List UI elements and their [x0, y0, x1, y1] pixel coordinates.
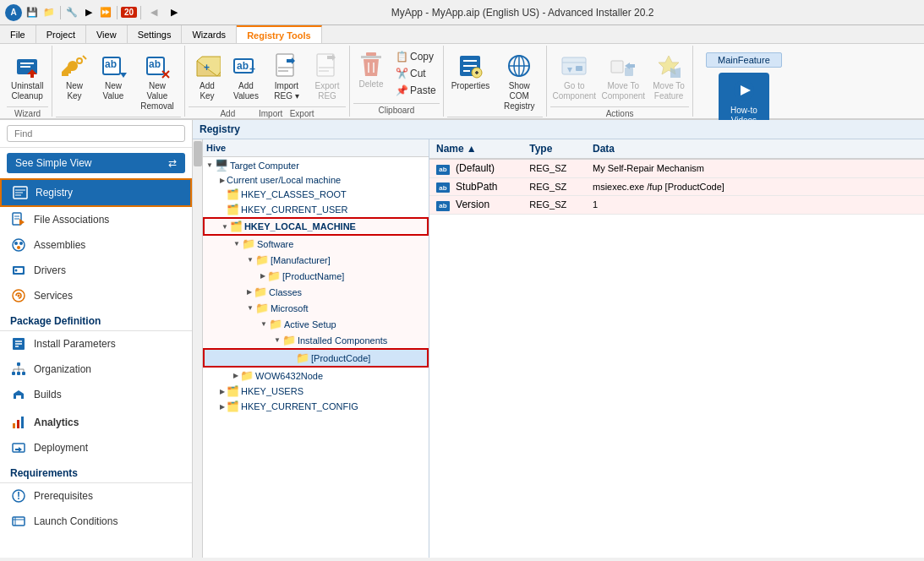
app-icons: A 💾 📁 🔧 ▶ ⏩ 20 ◀ ▶ — [0, 4, 189, 21]
import-reg-button[interactable]: ImportREG ▾ — [266, 49, 307, 105]
registry-table-panel: Name ▲ Type Data — [429, 139, 924, 558]
tab-file[interactable]: File — [0, 25, 36, 43]
col-data-label: Data — [593, 143, 615, 155]
tree-item-hku[interactable]: ▶ 🗂️ HKEY_USERS — [203, 384, 429, 399]
open-icon[interactable]: 📁 — [41, 5, 57, 20]
main-layout: See Simple View ⇄ Registry File Associat… — [0, 120, 924, 558]
export-reg-button[interactable]: ExportREG — [309, 49, 346, 105]
tree-item-hklm[interactable]: ▼ 🗂️ HKEY_LOCAL_MACHINE — [203, 217, 429, 236]
feature-combo[interactable]: MainFeature — [706, 52, 782, 68]
sidebar-item-drivers-label: Drivers — [34, 264, 66, 276]
move-to-feature-button[interactable]: Move ToFeature — [648, 49, 689, 105]
ribbon-tabs: File Project View Settings Wizards Regis… — [0, 25, 924, 44]
sidebar-item-analytics[interactable]: Analytics — [0, 407, 192, 435]
tree-toggle-hku: ▶ — [220, 388, 225, 395]
tree-item-hkcr[interactable]: ▶ 🗂️ HKEY_CLASSES_ROOT — [203, 187, 429, 202]
move-to-component-button[interactable]: Move ToComponent — [599, 49, 647, 105]
paste-button[interactable]: 📌 Paste — [392, 83, 440, 98]
tab-settings[interactable]: Settings — [128, 25, 183, 43]
uninstall-cleanup-label: UninstallCleanup — [11, 81, 43, 101]
tree-item-hkcu[interactable]: ▶ 🗂️ HKEY_CURRENT_USER — [203, 202, 429, 217]
sidebar-item-prerequisites[interactable]: ! Prerequisites — [0, 483, 192, 509]
tab-view[interactable]: View — [86, 25, 128, 43]
new-value-removal-button[interactable]: ab New ValueRemoval — [134, 49, 181, 115]
registry-table-body: ab (Default) REG_SZ My Self-Repair Mecha… — [429, 159, 924, 214]
new-value-button[interactable]: ab NewValue — [95, 49, 132, 105]
new-key-button[interactable]: NewKey — [56, 49, 93, 105]
tab-wizards[interactable]: Wizards — [182, 25, 237, 43]
cut-button[interactable]: ✂️ Cut — [392, 66, 440, 81]
table-row[interactable]: ab StubPath REG_SZ msiexec.exe /fup [Pro… — [429, 177, 924, 196]
tree-item-active-setup[interactable]: ▼ 📁 Active Setup — [203, 316, 429, 332]
tree-toggle-microsoft: ▼ — [247, 304, 254, 312]
table-row[interactable]: ab (Default) REG_SZ My Self-Repair Mecha… — [429, 159, 924, 177]
tree-item-wow6432[interactable]: ▶ 📁 WOW6432Node — [203, 368, 429, 384]
svg-text:!: ! — [17, 490, 20, 502]
tree-hive-header: Hive — [203, 139, 429, 157]
tree-item-productcode[interactable]: ▶ 📁 [ProductCode] — [203, 348, 429, 368]
run-icon[interactable]: ▶ — [81, 5, 96, 20]
tree-scrollbar[interactable] — [193, 139, 203, 558]
sidebar-item-registry[interactable]: Registry — [0, 178, 192, 207]
svg-text:+: + — [204, 62, 210, 74]
show-com-registry-button[interactable]: Show COMRegistry — [495, 49, 543, 115]
active-setup-folder-icon: 📁 — [269, 318, 282, 330]
tab-spacer — [322, 25, 924, 43]
nav-back-btn[interactable]: ◀ — [145, 4, 163, 20]
row-1-name: ab StubPath — [429, 177, 522, 196]
nav-forward-btn[interactable]: ▶ — [165, 4, 183, 20]
prerequisites-icon: ! — [10, 487, 27, 504]
export-reg-icon — [314, 52, 341, 79]
add-key-button[interactable]: + AddKey — [189, 49, 226, 105]
row-2-name: ab Version — [429, 196, 522, 215]
svg-rect-82 — [13, 423, 15, 428]
copy-button[interactable]: 📋 Copy — [392, 49, 440, 64]
tree-item-microsoft[interactable]: ▼ 📁 Microsoft — [203, 300, 429, 316]
sidebar-item-drivers[interactable]: Drivers — [0, 258, 192, 283]
tab-registry-tools[interactable]: Registry Tools — [237, 25, 322, 43]
sidebar-item-assemblies[interactable]: Assemblies — [0, 232, 192, 258]
sidebar-item-launch-conditions[interactable]: Launch Conditions — [0, 509, 192, 534]
move-to-component-icon — [610, 52, 637, 79]
svg-rect-17 — [276, 54, 293, 76]
table-row[interactable]: ab Version REG_SZ 1 — [429, 196, 924, 215]
fast-forward-icon[interactable]: ⏩ — [98, 5, 113, 20]
delete-button[interactable]: Delete — [353, 47, 389, 93]
add-values-button[interactable]: ab+ AddValues — [227, 49, 265, 105]
sidebar-item-builds[interactable]: Builds — [0, 382, 192, 407]
tree-label-hklm: HKEY_LOCAL_MACHINE — [244, 221, 356, 231]
search-input[interactable] — [7, 125, 185, 142]
col-name[interactable]: Name ▲ — [429, 139, 522, 159]
tab-project[interactable]: Project — [36, 25, 86, 43]
tree-item-classes[interactable]: ▶ 📁 Classes — [203, 284, 429, 300]
build-icon[interactable]: 🔧 — [64, 5, 79, 20]
add-values-label: AddValues — [233, 81, 259, 101]
tree-label-microsoft: Microsoft — [271, 303, 309, 313]
tree-item-current-user[interactable]: ▶ Current user/Local machine — [203, 173, 429, 187]
requirements-section: ! Prerequisites Launch Conditions — [0, 482, 192, 534]
tree-item-software[interactable]: ▼ 📁 Software — [203, 236, 429, 252]
properties-button[interactable]: Properties — [447, 49, 495, 95]
tree-item-installed-components[interactable]: ▼ 📁 Installed Components — [203, 332, 429, 348]
col-data[interactable]: Data — [586, 139, 924, 159]
ribbon-group-feature: MainFeature How-toVideos Feature — [693, 46, 795, 117]
sidebar-item-deployment[interactable]: Deployment — [0, 435, 192, 460]
see-simple-view-button[interactable]: See Simple View ⇄ — [7, 153, 185, 173]
content-area: Registry Hive ▼ 🖥️ T — [193, 120, 924, 558]
tree-item-hkcc[interactable]: ▶ 🗂️ HKEY_CURRENT_CONFIG — [203, 399, 429, 414]
save-icon[interactable]: 💾 — [25, 5, 40, 20]
col-type[interactable]: Type — [522, 139, 586, 159]
tree-item-productname[interactable]: ▶ 📁 [ProductName] — [203, 268, 429, 284]
tree-item-manufacturer[interactable]: ▼ 📁 [Manufacturer] — [203, 252, 429, 268]
sidebar-item-organization-label: Organization — [34, 363, 91, 375]
sidebar-item-file-associations[interactable]: File Associations — [0, 207, 192, 232]
uninstall-cleanup-button[interactable]: UninstallCleanup — [7, 49, 47, 105]
go-to-component-button[interactable]: Go toComponent — [550, 49, 598, 105]
tree-item-target-computer[interactable]: ▼ 🖥️ Target Computer — [203, 157, 429, 173]
tree-label-active-setup: Active Setup — [284, 319, 336, 330]
sidebar-item-launch-conditions-label: Launch Conditions — [34, 515, 118, 527]
sidebar-item-services[interactable]: Services — [0, 283, 192, 308]
sidebar-item-organization[interactable]: Organization — [0, 357, 192, 382]
sidebar-item-install-params[interactable]: Install Parameters — [0, 331, 192, 357]
copy-icon: 📋 — [396, 51, 408, 63]
